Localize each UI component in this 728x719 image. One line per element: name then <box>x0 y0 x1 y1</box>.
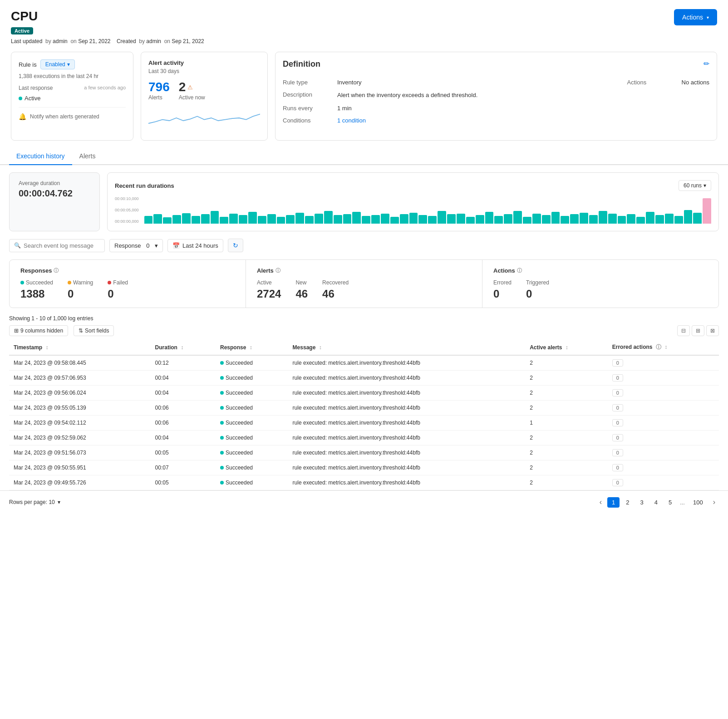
page-4[interactable]: 4 <box>650 497 662 508</box>
alerts-section: Alerts ⓘ Active 2724 New 46 Recovered 46 <box>246 260 482 308</box>
notify-row[interactable]: 🔔 Notify when alerts generated <box>19 107 126 120</box>
response-filter-label: Response <box>114 242 141 249</box>
table-row[interactable]: Mar 24, 2023 @ 09:56:06.024 00:04 Succee… <box>9 386 719 401</box>
execution-content: Average duration 00:00:04.762 Recent run… <box>0 172 728 490</box>
view-columns-button[interactable]: ⊟ <box>677 325 690 336</box>
table-row[interactable]: Mar 24, 2023 @ 09:54:02.112 00:06 Succee… <box>9 416 719 430</box>
table-row[interactable]: Mar 24, 2023 @ 09:58:08.445 00:12 Succee… <box>9 355 719 371</box>
response-text: Succeeded <box>226 420 253 426</box>
cell-duration: 00:12 <box>151 355 216 371</box>
columns-hidden-button[interactable]: ⊞ 9 columns hidden <box>9 325 68 336</box>
sort-fields-button[interactable]: ⇅ Sort fields <box>74 325 114 336</box>
table-row[interactable]: Mar 24, 2023 @ 09:49:55.726 00:05 Succee… <box>9 475 719 490</box>
bar <box>334 215 342 224</box>
bar <box>438 211 446 224</box>
prev-page-button[interactable]: ‹ <box>596 496 605 508</box>
last-response-label: Last response <box>19 85 53 91</box>
view-expand-button[interactable]: ⊠ <box>706 325 719 336</box>
responses-info-icon[interactable]: ⓘ <box>54 267 59 274</box>
edit-icon[interactable]: ✏ <box>703 59 709 68</box>
cell-response: Succeeded <box>216 371 288 386</box>
tab-alerts[interactable]: Alerts <box>72 148 103 165</box>
recovered-value: 46 <box>322 288 349 300</box>
bar <box>277 217 285 224</box>
cell-duration: 00:04 <box>151 430 216 445</box>
cell-errored-actions: 0 <box>608 475 719 490</box>
col-timestamp[interactable]: Timestamp ↕ <box>9 340 151 355</box>
alerts-count: 796 <box>148 80 170 94</box>
failed-value: 0 <box>108 288 128 300</box>
page-1[interactable]: 1 <box>607 497 620 508</box>
table-row[interactable]: Mar 24, 2023 @ 09:52:59.062 00:04 Succee… <box>9 430 719 445</box>
refresh-button[interactable]: ↻ <box>228 239 243 252</box>
col-errored-actions[interactable]: Errored actions ⓘ ↕ <box>608 340 719 355</box>
bar <box>362 216 370 224</box>
table-row[interactable]: Mar 24, 2023 @ 09:50:55.951 00:07 Succee… <box>9 460 719 475</box>
chevron-down-icon: ▾ <box>67 61 70 68</box>
page-5[interactable]: 5 <box>664 497 676 508</box>
cell-errored-actions: 0 <box>608 386 719 401</box>
runs-select[interactable]: 60 runs ▾ <box>679 180 711 191</box>
bar <box>684 210 693 224</box>
bar <box>418 215 427 224</box>
cell-active-alerts: 2 <box>525 386 608 401</box>
view-icons: ⊟ ⊞ ⊠ <box>677 325 719 336</box>
errored-value: 0 <box>493 288 512 300</box>
sparkline-chart <box>148 104 260 132</box>
date-filter[interactable]: 📅 Last 24 hours <box>167 239 223 252</box>
executions-text: 1,388 executions in the last 24 hr <box>19 73 126 79</box>
response-text: Succeeded <box>226 360 253 366</box>
search-input[interactable] <box>24 242 100 249</box>
table-row[interactable]: Mar 24, 2023 @ 09:55:05.139 00:06 Succee… <box>9 401 719 416</box>
bar <box>608 214 617 224</box>
col-message[interactable]: Message ↕ <box>288 340 526 355</box>
alerts-info-icon[interactable]: ⓘ <box>275 267 280 274</box>
bar <box>381 214 389 224</box>
bar <box>504 214 512 224</box>
response-dot <box>220 451 224 455</box>
cell-timestamp: Mar 24, 2023 @ 09:51:56.073 <box>9 445 151 460</box>
search-box[interactable]: 🔍 <box>9 239 105 252</box>
filters-row: 🔍 Response 0 ▾ 📅 Last 24 hours ↻ <box>9 239 719 252</box>
table-row[interactable]: Mar 24, 2023 @ 09:51:56.073 00:05 Succee… <box>9 445 719 460</box>
failed-dot <box>108 281 111 284</box>
bar <box>295 213 304 224</box>
actions-button[interactable]: Actions ▾ <box>674 9 717 25</box>
actions-info-icon[interactable]: ⓘ <box>517 267 522 274</box>
page-2[interactable]: 2 <box>621 497 634 508</box>
response-filter[interactable]: Response 0 ▾ <box>109 239 163 252</box>
calendar-icon: 📅 <box>172 242 180 249</box>
status-text: Active <box>25 95 40 102</box>
cell-response: Succeeded <box>216 460 288 475</box>
bar-chart <box>144 196 711 224</box>
failed-col: Failed 0 <box>108 279 128 300</box>
cell-duration: 00:05 <box>151 475 216 490</box>
page-3[interactable]: 3 <box>635 497 648 508</box>
view-table-button[interactable]: ⊞ <box>692 325 704 336</box>
bar <box>447 214 456 224</box>
bar <box>172 215 181 224</box>
cell-response: Succeeded <box>216 475 288 490</box>
bar <box>513 211 522 224</box>
col-duration[interactable]: Duration ↕ <box>151 340 216 355</box>
bar <box>523 217 531 224</box>
col-active-alerts[interactable]: Active alerts ↕ <box>525 340 608 355</box>
avg-duration-card: Average duration 00:00:04.762 <box>9 172 100 231</box>
rule-card: Rule is Enabled ▾ 1,388 executions in th… <box>11 52 133 141</box>
table-row[interactable]: Mar 24, 2023 @ 09:57:06.953 00:04 Succee… <box>9 371 719 386</box>
actions-section: Actions ⓘ Errored 0 Triggered 0 <box>482 260 718 308</box>
col-response[interactable]: Response ↕ <box>216 340 288 355</box>
next-page-button[interactable]: › <box>709 496 719 508</box>
stats-row: Responses ⓘ Succeeded 1388 Warning 0 <box>9 259 719 308</box>
bar <box>589 215 598 224</box>
table-actions-row: ⊞ 9 columns hidden ⇅ Sort fields ⊟ ⊞ ⊠ <box>9 325 719 336</box>
enabled-button[interactable]: Enabled ▾ <box>40 59 75 69</box>
active-col: Active 2724 <box>257 279 281 300</box>
tab-execution-history[interactable]: Execution history <box>9 148 72 165</box>
rule-type-value: Inventory <box>337 79 361 86</box>
conditions-value[interactable]: 1 condition <box>337 117 366 124</box>
cell-errored-actions: 0 <box>608 430 719 445</box>
definition-title: Definition <box>283 59 320 69</box>
rows-per-page[interactable]: Rows per page: 10 ▾ <box>9 499 60 505</box>
page-last[interactable]: 100 <box>689 497 708 508</box>
